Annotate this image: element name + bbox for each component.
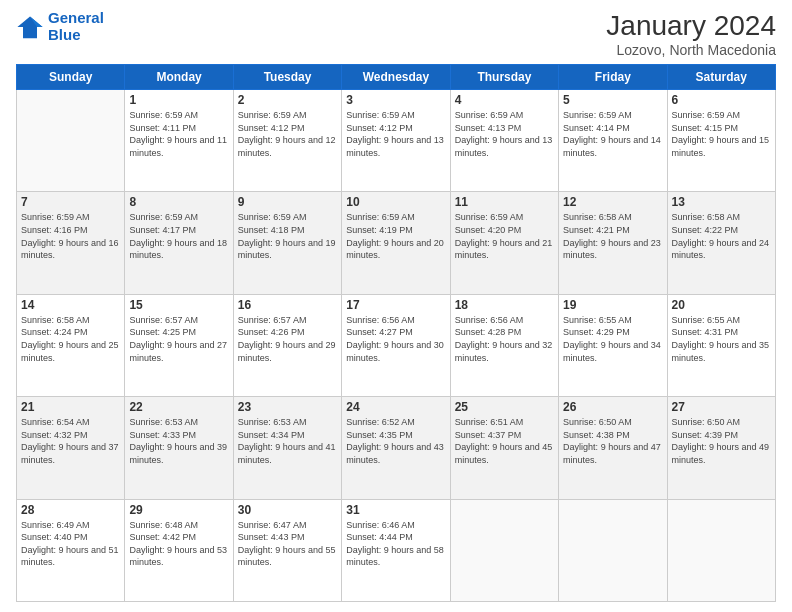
day-number: 22 [129, 400, 228, 414]
calendar-day-header: Monday [125, 65, 233, 90]
day-info: Sunrise: 6:55 AMSunset: 4:31 PMDaylight:… [672, 314, 771, 364]
day-info: Sunrise: 6:52 AMSunset: 4:35 PMDaylight:… [346, 416, 445, 466]
svg-marker-0 [17, 16, 42, 38]
calendar-cell: 23Sunrise: 6:53 AMSunset: 4:34 PMDayligh… [233, 397, 341, 499]
calendar-week-row: 1Sunrise: 6:59 AMSunset: 4:11 PMDaylight… [17, 90, 776, 192]
logo-icon [16, 13, 44, 41]
day-info: Sunrise: 6:48 AMSunset: 4:42 PMDaylight:… [129, 519, 228, 569]
day-info: Sunrise: 6:57 AMSunset: 4:26 PMDaylight:… [238, 314, 337, 364]
day-number: 28 [21, 503, 120, 517]
title-block: January 2024 Lozovo, North Macedonia [606, 10, 776, 58]
calendar-cell: 6Sunrise: 6:59 AMSunset: 4:15 PMDaylight… [667, 90, 775, 192]
day-info: Sunrise: 6:59 AMSunset: 4:19 PMDaylight:… [346, 211, 445, 261]
calendar-cell: 20Sunrise: 6:55 AMSunset: 4:31 PMDayligh… [667, 294, 775, 396]
calendar-cell: 28Sunrise: 6:49 AMSunset: 4:40 PMDayligh… [17, 499, 125, 601]
day-number: 31 [346, 503, 445, 517]
calendar-day-header: Wednesday [342, 65, 450, 90]
calendar-week-row: 28Sunrise: 6:49 AMSunset: 4:40 PMDayligh… [17, 499, 776, 601]
calendar-cell: 16Sunrise: 6:57 AMSunset: 4:26 PMDayligh… [233, 294, 341, 396]
logo: General Blue [16, 10, 104, 43]
logo-text: General Blue [48, 10, 104, 43]
day-info: Sunrise: 6:58 AMSunset: 4:21 PMDaylight:… [563, 211, 662, 261]
day-info: Sunrise: 6:59 AMSunset: 4:12 PMDaylight:… [346, 109, 445, 159]
day-info: Sunrise: 6:53 AMSunset: 4:33 PMDaylight:… [129, 416, 228, 466]
day-number: 14 [21, 298, 120, 312]
day-number: 17 [346, 298, 445, 312]
calendar-cell: 13Sunrise: 6:58 AMSunset: 4:22 PMDayligh… [667, 192, 775, 294]
day-number: 18 [455, 298, 554, 312]
day-number: 21 [21, 400, 120, 414]
calendar-cell: 19Sunrise: 6:55 AMSunset: 4:29 PMDayligh… [559, 294, 667, 396]
day-info: Sunrise: 6:51 AMSunset: 4:37 PMDaylight:… [455, 416, 554, 466]
day-info: Sunrise: 6:47 AMSunset: 4:43 PMDaylight:… [238, 519, 337, 569]
calendar-week-row: 21Sunrise: 6:54 AMSunset: 4:32 PMDayligh… [17, 397, 776, 499]
day-number: 6 [672, 93, 771, 107]
calendar-cell: 7Sunrise: 6:59 AMSunset: 4:16 PMDaylight… [17, 192, 125, 294]
calendar: SundayMondayTuesdayWednesdayThursdayFrid… [16, 64, 776, 602]
calendar-cell [17, 90, 125, 192]
calendar-cell: 1Sunrise: 6:59 AMSunset: 4:11 PMDaylight… [125, 90, 233, 192]
day-info: Sunrise: 6:55 AMSunset: 4:29 PMDaylight:… [563, 314, 662, 364]
page: General Blue January 2024 Lozovo, North … [0, 0, 792, 612]
day-info: Sunrise: 6:59 AMSunset: 4:16 PMDaylight:… [21, 211, 120, 261]
day-number: 23 [238, 400, 337, 414]
day-number: 26 [563, 400, 662, 414]
day-number: 9 [238, 195, 337, 209]
calendar-cell [559, 499, 667, 601]
calendar-cell: 24Sunrise: 6:52 AMSunset: 4:35 PMDayligh… [342, 397, 450, 499]
day-number: 5 [563, 93, 662, 107]
location: Lozovo, North Macedonia [606, 42, 776, 58]
day-info: Sunrise: 6:58 AMSunset: 4:24 PMDaylight:… [21, 314, 120, 364]
day-number: 2 [238, 93, 337, 107]
calendar-day-header: Friday [559, 65, 667, 90]
day-number: 7 [21, 195, 120, 209]
calendar-cell: 21Sunrise: 6:54 AMSunset: 4:32 PMDayligh… [17, 397, 125, 499]
calendar-cell: 10Sunrise: 6:59 AMSunset: 4:19 PMDayligh… [342, 192, 450, 294]
calendar-cell: 3Sunrise: 6:59 AMSunset: 4:12 PMDaylight… [342, 90, 450, 192]
day-info: Sunrise: 6:59 AMSunset: 4:20 PMDaylight:… [455, 211, 554, 261]
calendar-cell: 18Sunrise: 6:56 AMSunset: 4:28 PMDayligh… [450, 294, 558, 396]
day-number: 27 [672, 400, 771, 414]
calendar-cell: 17Sunrise: 6:56 AMSunset: 4:27 PMDayligh… [342, 294, 450, 396]
day-info: Sunrise: 6:53 AMSunset: 4:34 PMDaylight:… [238, 416, 337, 466]
calendar-cell: 31Sunrise: 6:46 AMSunset: 4:44 PMDayligh… [342, 499, 450, 601]
calendar-cell: 26Sunrise: 6:50 AMSunset: 4:38 PMDayligh… [559, 397, 667, 499]
day-number: 4 [455, 93, 554, 107]
calendar-cell: 15Sunrise: 6:57 AMSunset: 4:25 PMDayligh… [125, 294, 233, 396]
logo-line2: Blue [48, 26, 81, 43]
day-info: Sunrise: 6:46 AMSunset: 4:44 PMDaylight:… [346, 519, 445, 569]
calendar-cell: 30Sunrise: 6:47 AMSunset: 4:43 PMDayligh… [233, 499, 341, 601]
day-number: 25 [455, 400, 554, 414]
day-number: 10 [346, 195, 445, 209]
day-info: Sunrise: 6:59 AMSunset: 4:17 PMDaylight:… [129, 211, 228, 261]
calendar-cell: 25Sunrise: 6:51 AMSunset: 4:37 PMDayligh… [450, 397, 558, 499]
day-info: Sunrise: 6:59 AMSunset: 4:13 PMDaylight:… [455, 109, 554, 159]
day-number: 3 [346, 93, 445, 107]
day-info: Sunrise: 6:58 AMSunset: 4:22 PMDaylight:… [672, 211, 771, 261]
day-info: Sunrise: 6:59 AMSunset: 4:15 PMDaylight:… [672, 109, 771, 159]
calendar-day-header: Tuesday [233, 65, 341, 90]
day-info: Sunrise: 6:57 AMSunset: 4:25 PMDaylight:… [129, 314, 228, 364]
calendar-cell: 8Sunrise: 6:59 AMSunset: 4:17 PMDaylight… [125, 192, 233, 294]
calendar-day-header: Sunday [17, 65, 125, 90]
day-info: Sunrise: 6:49 AMSunset: 4:40 PMDaylight:… [21, 519, 120, 569]
calendar-cell: 11Sunrise: 6:59 AMSunset: 4:20 PMDayligh… [450, 192, 558, 294]
calendar-cell: 29Sunrise: 6:48 AMSunset: 4:42 PMDayligh… [125, 499, 233, 601]
calendar-cell: 12Sunrise: 6:58 AMSunset: 4:21 PMDayligh… [559, 192, 667, 294]
day-number: 15 [129, 298, 228, 312]
day-number: 29 [129, 503, 228, 517]
day-info: Sunrise: 6:50 AMSunset: 4:39 PMDaylight:… [672, 416, 771, 466]
day-number: 1 [129, 93, 228, 107]
day-number: 12 [563, 195, 662, 209]
calendar-cell: 27Sunrise: 6:50 AMSunset: 4:39 PMDayligh… [667, 397, 775, 499]
day-info: Sunrise: 6:56 AMSunset: 4:27 PMDaylight:… [346, 314, 445, 364]
day-info: Sunrise: 6:50 AMSunset: 4:38 PMDaylight:… [563, 416, 662, 466]
calendar-cell: 4Sunrise: 6:59 AMSunset: 4:13 PMDaylight… [450, 90, 558, 192]
calendar-week-row: 7Sunrise: 6:59 AMSunset: 4:16 PMDaylight… [17, 192, 776, 294]
calendar-cell [667, 499, 775, 601]
calendar-cell: 14Sunrise: 6:58 AMSunset: 4:24 PMDayligh… [17, 294, 125, 396]
day-number: 24 [346, 400, 445, 414]
day-number: 13 [672, 195, 771, 209]
calendar-day-header: Thursday [450, 65, 558, 90]
day-number: 16 [238, 298, 337, 312]
